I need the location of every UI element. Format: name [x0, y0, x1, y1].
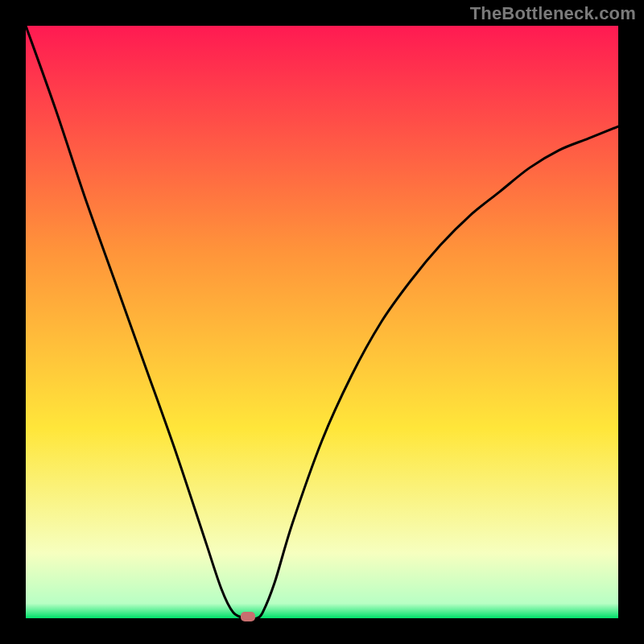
- chart-svg: [0, 0, 644, 644]
- chart-frame: { "watermark": "TheBottleneck.com", "col…: [0, 0, 644, 644]
- watermark-text: TheBottleneck.com: [470, 3, 636, 24]
- plot-background: [26, 26, 618, 618]
- minimum-marker: [241, 612, 255, 621]
